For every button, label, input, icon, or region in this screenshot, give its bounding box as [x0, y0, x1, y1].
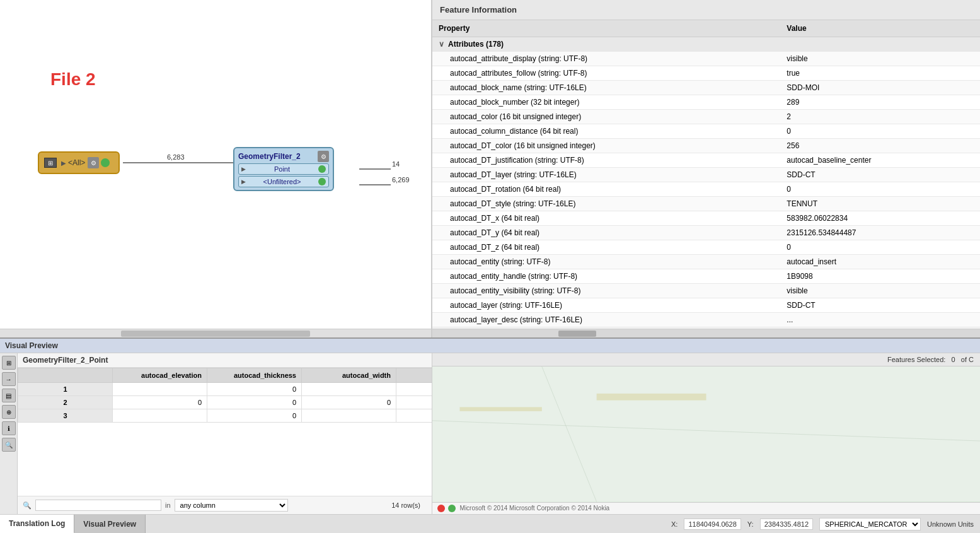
fi-property: autocad_DT_style (string: UTF-16LE) [432, 197, 780, 211]
tool-grid-button[interactable]: ⊞ [2, 356, 16, 370]
tab-visual-preview[interactable]: Visual Preview [74, 515, 146, 534]
svg-rect-6 [459, 407, 541, 411]
row-num: 2 [18, 396, 113, 409]
cell-thickness: 0 [207, 409, 302, 423]
reader-gear-button[interactable] [88, 157, 99, 168]
map-placeholder [432, 366, 980, 502]
fi-value: 0 [780, 124, 980, 139]
fi-property: autocad_block_name (string: UTF-16LE) [432, 81, 780, 95]
fi-row: autocad_DT_y (64 bit real)2315126.534844… [432, 226, 980, 240]
col-width-header: autocad_width [302, 368, 396, 383]
fi-property: autocad_DT_justification (string: UTF-8) [432, 153, 780, 168]
svg-rect-3 [432, 366, 980, 502]
tool-arrow-button[interactable]: → [2, 372, 16, 386]
search-input[interactable] [35, 500, 161, 511]
filter-gear-button[interactable] [318, 151, 329, 162]
fi-value: 289 [780, 95, 980, 110]
data-table-container[interactable]: autocad_elevation autocad_thickness auto… [18, 368, 432, 496]
fi-property: autocad_DT_z (64 bit real) [432, 240, 780, 255]
y-value: 2384335.4812 [760, 518, 813, 530]
fi-row: autocad_DT_z (64 bit real)0 [432, 240, 980, 255]
fi-property: autocad_entity (string: UTF-8) [432, 255, 780, 269]
fi-row: autocad_DT_layer (string: UTF-16LE)SDD-C… [432, 168, 980, 182]
status-bar: Translation Log Visual Preview X: 118404… [0, 514, 980, 533]
row-num: 1 [18, 383, 113, 396]
fi-row: autocad_block_number (32 bit integer)289 [432, 95, 980, 110]
table-row: 3 0 1 Xoa ByLa... [18, 409, 432, 423]
fi-value: 0 [780, 240, 980, 255]
fi-row: autocad_entity_handle (string: UTF-8)1B9… [432, 269, 980, 284]
fi-row: autocad_DT_rotation (64 bit real)0 [432, 182, 980, 197]
fi-row: autocad_DT_justification (string: UTF-8)… [432, 153, 980, 168]
cell-elevation [113, 383, 207, 396]
tool-search-button[interactable]: 🔍 [2, 438, 16, 452]
map-area[interactable] [432, 366, 980, 502]
fi-value: ... [780, 313, 980, 327]
feature-info-scroll[interactable] [432, 329, 980, 337]
tab-translation-log[interactable]: Translation Log [0, 515, 74, 534]
fi-row: autocad_entity_visibility (string: UTF-8… [432, 284, 980, 298]
fi-property: autocad_color (16 bit unsigned integer) [432, 110, 780, 124]
visual-preview-label: Visual Preview [5, 341, 58, 350]
canvas-panel: File 2 6,283 ▶ <All> [0, 0, 432, 337]
svg-rect-7 [597, 394, 706, 401]
filter-port-point-dot [318, 165, 326, 173]
port-count-unfiltered: 6,269 [392, 176, 410, 184]
reader-green-dot [101, 158, 110, 167]
reader-icon [44, 158, 57, 168]
status-right: X: 11840494.0628 Y: 2384335.4812 SPHERIC… [671, 518, 980, 530]
table-name: GeometryFilter_2_Point [18, 353, 432, 368]
table-row: 1 0 1 trucmoi ByLa... [18, 383, 432, 396]
reader-node[interactable]: ▶ <All> [38, 151, 120, 174]
filter-node[interactable]: GeometryFilter_2 ▶ Point ▶ <Unfil [233, 147, 334, 191]
fi-property: autocad_DT_color (16 bit unsigned intege… [432, 139, 780, 153]
x-label: X: [671, 520, 677, 528]
tool-info-button[interactable]: ℹ [2, 421, 16, 435]
filter-title: GeometryFilter_2 [238, 152, 301, 161]
col-thickness-header: autocad_thickness [207, 368, 302, 383]
canvas-horizontal-scroll[interactable] [0, 329, 431, 337]
connection-count-1: 6,283 [167, 153, 185, 161]
fi-row: autocad_column_distance (64 bit real)0 [432, 124, 980, 139]
row-count: 14 row(s) [391, 501, 420, 509]
row-num: 3 [18, 409, 113, 423]
cell-width [302, 383, 396, 396]
col-value: Value [780, 20, 980, 37]
search-icon: 🔍 [23, 501, 32, 510]
fi-value: true [780, 66, 980, 81]
fi-property: autocad_entity_visibility (string: UTF-8… [432, 284, 780, 298]
tool-table-button[interactable]: ▤ [2, 389, 16, 402]
cell-color: 7 [396, 396, 432, 409]
fi-row: autocad_entity (string: UTF-8)autocad_in… [432, 255, 980, 269]
column-select[interactable]: any column [175, 499, 288, 512]
projection-select[interactable]: SPHERICAL_MERCATOR [819, 518, 921, 530]
tool-plus-button[interactable]: ⊕ [2, 405, 16, 419]
copyright-text: Microsoft © 2014 Microsoft Corporation ©… [437, 505, 609, 512]
fi-value: 256 [780, 139, 980, 153]
fi-value: 583982.06022834 [780, 211, 980, 226]
fi-property: autocad_attributes_follow (string: UTF-8… [432, 66, 780, 81]
cell-elevation [113, 409, 207, 423]
fi-value: autocad_baseline_center [780, 153, 980, 168]
y-label: Y: [747, 520, 754, 528]
feature-info-table[interactable]: Property Value ∨Attributes (178)autocad_… [432, 20, 980, 329]
fi-row: autocad_DT_x (64 bit real)583982.0602283… [432, 211, 980, 226]
fi-value: autocad_insert [780, 255, 980, 269]
map-svg [432, 366, 980, 502]
cell-width [302, 409, 396, 423]
file-label: File 2 [50, 69, 96, 90]
table-row: 2 0 0 0 7 Duongtrong-DA ByLa... [18, 396, 432, 409]
fi-property: autocad_layer_desc (string: UTF-16LE) [432, 313, 780, 327]
fi-row: autocad_block_name (string: UTF-16LE)SDD… [432, 81, 980, 95]
status-tabs: Translation Log Visual Preview [0, 515, 146, 534]
fi-value: 2 [780, 110, 980, 124]
fi-value: SDD-CT [780, 298, 980, 313]
features-selected-label: Features Selected: 0 of C [887, 356, 974, 363]
col-property: Property [432, 20, 780, 37]
left-tools: ⊞ → ▤ ⊕ ℹ 🔍 [0, 353, 18, 514]
fi-property: autocad_DT_y (64 bit real) [432, 226, 780, 240]
fi-property: autocad_DT_rotation (64 bit real) [432, 182, 780, 197]
reader-label: <All> [68, 158, 85, 167]
col-num-header [18, 368, 113, 383]
visual-preview-header: Visual Preview [0, 339, 980, 353]
